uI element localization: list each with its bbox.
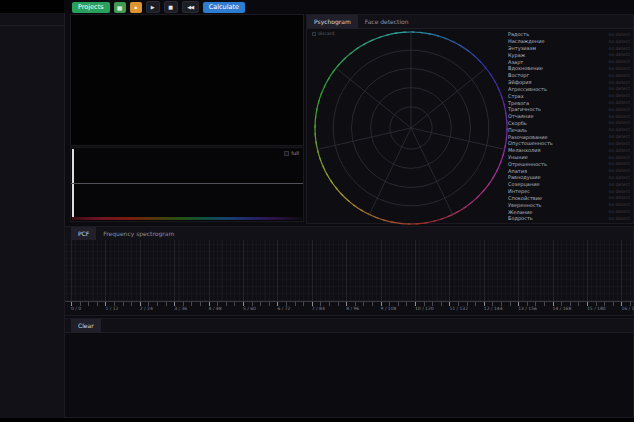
checkbox-icon[interactable] (284, 151, 289, 156)
video-preview[interactable] (70, 14, 304, 146)
playhead-cursor[interactable] (72, 149, 74, 220)
emotion-value: no detect (609, 141, 630, 146)
spectrogram-panel: PCF Frequency spectrogram 0 / 01 / 122 /… (64, 226, 634, 316)
axis-tick-label: 16 / 192 (621, 306, 634, 311)
emotion-value: no detect (609, 202, 630, 207)
emotion-row: Созерцаниеno detect (508, 181, 630, 188)
axis-tick-label: 5 / 60 (243, 306, 256, 311)
axis-tick-label: 7 / 84 (312, 306, 325, 311)
emotion-label: Вдохновение (508, 65, 543, 71)
polar-grid-spoke (411, 128, 505, 149)
tab-frequency-spectrogram[interactable]: Frequency spectrogram (96, 227, 181, 240)
tab-psychogram[interactable]: Psychogram (307, 15, 358, 28)
projects-button[interactable]: Projects (72, 2, 110, 13)
sidebar-divider (0, 25, 64, 26)
emotion-row: Спокойствиеno detect (508, 195, 630, 202)
emotion-value: no detect (609, 59, 630, 64)
app-logo (0, 0, 64, 13)
emotion-label: Восторг (508, 72, 529, 78)
emotion-label: Трагичность (508, 106, 541, 112)
emotion-value: no detect (609, 86, 630, 91)
emotion-list: Радостьno detectНаслаждениеno detectЭнту… (508, 31, 630, 222)
polar-grid-spoke (369, 128, 411, 214)
tab-pcf[interactable]: PCF (71, 227, 96, 240)
emotion-value: no detect (609, 189, 630, 194)
emotion-label: Скорбь (508, 120, 527, 126)
clear-panel: Clear (64, 318, 634, 418)
axis-labels: 0 / 01 / 122 / 243 / 364 / 485 / 606 / 7… (65, 306, 633, 314)
emotion-label: Созерцание (508, 181, 540, 187)
emotion-value: no detect (609, 93, 630, 98)
emotion-value: no detect (609, 195, 630, 200)
emotion-value: no detect (609, 161, 630, 166)
folder-icon: ▦ (117, 2, 123, 13)
stop-button[interactable]: ■ (164, 1, 178, 13)
emotion-label: Отчаяние (508, 113, 533, 119)
left-sidebar (0, 13, 65, 418)
spectrogram-grid[interactable] (65, 240, 633, 302)
polar-grid-spoke (411, 68, 486, 128)
emotion-row: Апатияno detect (508, 167, 630, 174)
polar-grid-spoke (411, 128, 453, 214)
axis-tick-label: 10 / 120 (415, 306, 434, 311)
emotion-row: Разочарованиеno detect (508, 133, 630, 140)
emotion-row: Меланхолияno detect (508, 147, 630, 154)
calculate-button[interactable]: Calculate (203, 2, 245, 13)
full-toggle[interactable]: full (284, 150, 299, 156)
emotion-value: no detect (609, 209, 630, 214)
emotion-value: no detect (609, 46, 630, 51)
emotion-row: Наслаждениеno detect (508, 38, 630, 45)
axis-tick-label: 9 / 108 (381, 306, 397, 311)
emotion-row: Уверенностьno detect (508, 201, 630, 208)
axis-tick-label: 15 / 180 (587, 306, 606, 311)
emotion-label: Печаль (508, 127, 527, 133)
rewind-icon: ◀◀ (187, 4, 193, 10)
rewind-button[interactable]: ◀◀ (182, 1, 199, 13)
emotion-value: no detect (609, 175, 630, 180)
emotion-label: Азарт (508, 59, 523, 65)
polar-grid-spoke (336, 68, 411, 128)
emotion-row: Трагичностьno detect (508, 106, 630, 113)
emotion-value: no detect (609, 127, 630, 132)
emotion-row: Страхno detect (508, 92, 630, 99)
star-icon: ✶ (133, 2, 138, 13)
emotion-row: Уныниеno detect (508, 154, 630, 161)
open-folder-button[interactable]: ▦ (114, 2, 126, 13)
emotion-label: Наслаждение (508, 38, 544, 44)
emotion-value: no detect (609, 114, 630, 119)
emotion-label: Уверенность (508, 202, 542, 208)
axis-tick-label: 0 / 0 (71, 306, 81, 311)
polar-grid-spoke (317, 128, 411, 149)
psychogram-panel: Psychogram Face detection discard Радост… (306, 14, 634, 224)
emotion-row: Равнодушиеno detect (508, 174, 630, 181)
axis-tick-label: 6 / 72 (277, 306, 290, 311)
axis-tick-label: 1 / 12 (105, 306, 118, 311)
emotion-row: Бодростьno detect (508, 215, 630, 222)
spectrogram-tabbar: PCF Frequency spectrogram (65, 227, 633, 241)
emotion-value: no detect (609, 120, 630, 125)
emotion-row: Агрессивностьno detect (508, 86, 630, 93)
emotion-row: Куражno detect (508, 51, 630, 58)
emotion-row: Интересno detect (508, 188, 630, 195)
emotion-label: Энтузиазм (508, 45, 536, 51)
clear-tabbar: Clear (65, 319, 633, 333)
play-button[interactable]: ▶ (146, 1, 160, 13)
emotion-value: no detect (609, 80, 630, 85)
play-icon: ▶ (151, 4, 155, 10)
tab-face-detection[interactable]: Face detection (358, 15, 416, 28)
favorite-button[interactable]: ✶ (130, 2, 142, 13)
waveform-panel[interactable]: full (70, 147, 304, 222)
emotion-label: Апатия (508, 168, 527, 174)
axis-tick-label: 12 / 144 (484, 306, 503, 311)
emotion-value: no detect (609, 52, 630, 57)
axis-tick-label: 8 / 96 (346, 306, 359, 311)
clear-button[interactable]: Clear (71, 319, 101, 332)
emotion-label: Агрессивность (508, 86, 547, 92)
emotion-label: Желание (508, 209, 532, 215)
emotion-value: no detect (609, 107, 630, 112)
psychogram-tabbar: Psychogram Face detection (307, 15, 633, 29)
emotion-label: Страх (508, 93, 524, 99)
axis-tick-label: 14 / 168 (553, 306, 572, 311)
emotion-row: Отчаяниеno detect (508, 113, 630, 120)
emotion-value: no detect (609, 155, 630, 160)
